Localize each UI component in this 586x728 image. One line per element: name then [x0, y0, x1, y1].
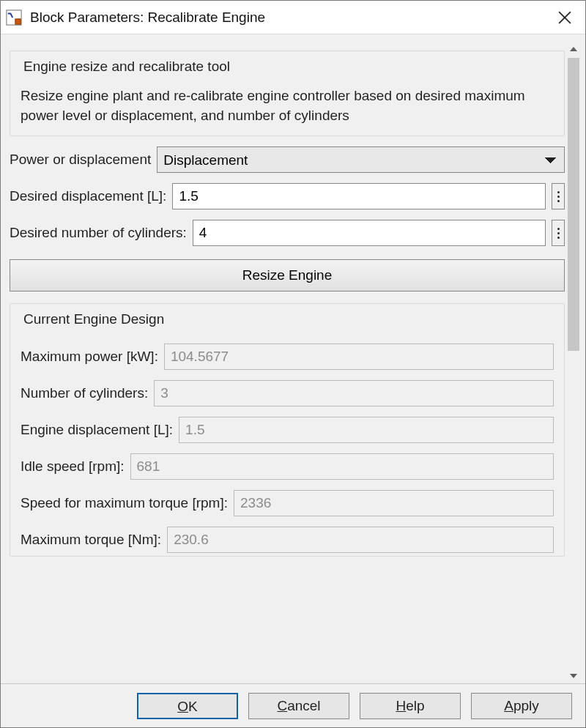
close-icon — [558, 11, 571, 24]
idle-value — [130, 453, 554, 480]
ncyl-value — [154, 380, 554, 406]
idle-label: Idle speed [rpm]: — [21, 458, 125, 475]
titlebar: Block Parameters: Recalibrate Engine — [1, 1, 585, 34]
apply-button[interactable]: Apply — [471, 693, 572, 719]
group-resize-legend: Engine resize and recalibrate tool — [21, 59, 233, 75]
displacement-input[interactable] — [172, 183, 546, 209]
scrollbar-thumb[interactable] — [568, 58, 579, 351]
scroll-down-button[interactable] — [566, 669, 581, 683]
svg-rect-1 — [15, 18, 21, 23]
scroll-up-button[interactable] — [566, 42, 581, 56]
cylinders-more-button[interactable] — [552, 220, 565, 246]
disp-value — [179, 417, 554, 443]
speed-max-torque-label: Speed for maximum torque [rpm]: — [21, 495, 228, 511]
vertical-scrollbar[interactable] — [566, 42, 581, 683]
resize-engine-button[interactable]: Resize Engine — [10, 259, 565, 291]
row-max-torque: Maximum torque [Nm]: — [21, 527, 554, 553]
ncyl-label: Number of cylinders: — [21, 385, 148, 401]
chevron-up-icon — [569, 45, 578, 53]
help-button[interactable]: Help — [360, 693, 461, 719]
row-max-power: Maximum power [kW]: — [21, 343, 554, 370]
max-torque-label: Maximum torque [Nm]: — [21, 532, 161, 548]
window-title: Block Parameters: Recalibrate Engine — [30, 10, 544, 26]
cylinders-input[interactable] — [193, 220, 546, 246]
row-ncyl: Number of cylinders: — [21, 380, 554, 406]
chevron-down-icon — [569, 672, 578, 680]
displacement-more-button[interactable] — [552, 183, 565, 209]
svg-marker-4 — [570, 47, 577, 51]
row-cylinders: Desired number of cylinders: — [10, 220, 565, 246]
ok-button[interactable]: OK — [137, 693, 238, 719]
mode-select[interactable]: Displacement — [157, 146, 565, 173]
speed-max-torque-value — [234, 490, 554, 516]
app-icon — [5, 9, 23, 26]
max-power-value — [164, 343, 554, 370]
dialog-button-bar: OK Cancel Help Apply — [1, 683, 585, 727]
max-power-label: Maximum power [kW]: — [21, 349, 158, 365]
row-idle: Idle speed [rpm]: — [21, 453, 554, 480]
row-disp: Engine displacement [L]: — [21, 417, 554, 443]
disp-label: Engine displacement [L]: — [21, 422, 173, 438]
cylinders-label: Desired number of cylinders: — [10, 225, 187, 241]
group-resize-tool: Engine resize and recalibrate tool Resiz… — [10, 51, 565, 136]
group-current-legend: Current Engine Design — [21, 311, 167, 327]
row-speed-max-torque: Speed for maximum torque [rpm]: — [21, 490, 554, 516]
cancel-button[interactable]: Cancel — [248, 693, 349, 719]
row-mode: Power or displacement Displacement — [10, 146, 565, 173]
max-torque-value — [167, 527, 554, 553]
group-current-engine: Current Engine Design Maximum power [kW]… — [10, 303, 565, 557]
svg-marker-5 — [570, 674, 577, 678]
mode-label: Power or displacement — [10, 152, 151, 168]
close-button[interactable] — [544, 1, 585, 34]
row-displacement: Desired displacement [L]: — [10, 183, 565, 209]
group-resize-description: Resize engine plant and re-calibrate eng… — [21, 86, 554, 125]
displacement-label: Desired displacement [L]: — [10, 188, 166, 204]
